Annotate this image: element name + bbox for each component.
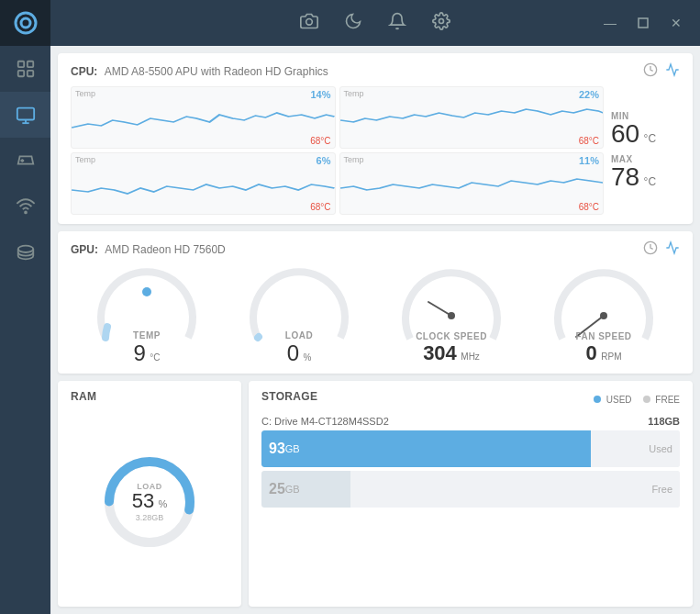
- cpu-graph-2: Temp 22% 68°C: [339, 86, 605, 149]
- ram-donut-center: LOAD 53 % 3.28GB: [132, 482, 168, 522]
- bar-used-label-area: Used: [591, 430, 680, 467]
- svg-rect-5: [27, 71, 32, 76]
- sidebar-item-monitor[interactable]: [0, 92, 50, 138]
- svg-point-9: [25, 212, 27, 214]
- gpu-load-gauge: LOAD 0 %: [249, 264, 350, 364]
- camera-icon[interactable]: [300, 12, 318, 35]
- gpu-section: GPU: AMD Radeon HD 7560D: [58, 231, 693, 374]
- drive-row-0: C: Drive M4-CT128M4SSD2 118GB 93 GB Used: [261, 416, 680, 508]
- legend-used-dot: [594, 396, 601, 403]
- logo[interactable]: [0, 0, 50, 46]
- legend-free: FREE: [643, 395, 680, 405]
- legend-used: USED: [594, 395, 632, 405]
- close-button[interactable]: ✕: [661, 0, 691, 46]
- sidebar-item-network[interactable]: [0, 184, 50, 229]
- cpu-graphs: Temp 14% 68°C Temp 22% 68: [71, 86, 604, 215]
- ram-donut: LOAD 53 % 3.28GB: [99, 452, 200, 553]
- svg-point-1: [21, 18, 30, 28]
- sidebar-item-gamepad[interactable]: [0, 138, 50, 184]
- moon-icon[interactable]: [344, 12, 362, 35]
- gear-icon[interactable]: [432, 12, 450, 35]
- bar-free-label-area: Free: [350, 471, 680, 508]
- free-bar-row: 25 GB Free: [261, 471, 680, 508]
- titlebar: — ✕: [50, 0, 700, 46]
- svg-point-12: [439, 18, 444, 23]
- cpu-icon-group: [643, 62, 680, 81]
- gpu-body: TEMP 9 °C LOAD: [71, 264, 680, 364]
- sidebar-item-storage[interactable]: [0, 229, 50, 275]
- drive-name-0: C: Drive M4-CT128M4SSD2: [261, 416, 389, 427]
- bar-free-0: 25 GB: [261, 471, 350, 508]
- svg-rect-2: [17, 61, 23, 67]
- maximize-button[interactable]: [628, 0, 658, 46]
- cpu-section: CPU: AMD A8-5500 APU with Radeon HD Grap…: [58, 53, 693, 224]
- ram-body: LOAD 53 % 3.28GB: [71, 408, 228, 596]
- gpu-wave-icon[interactable]: [665, 240, 680, 259]
- cpu-graph-3: Temp 6% 68°C: [71, 152, 336, 215]
- svg-point-20: [600, 312, 607, 319]
- svg-rect-4: [17, 71, 23, 76]
- bottom-row: RAM LOAD 53 % 3.28GB: [58, 381, 693, 607]
- cpu-gauge-icon[interactable]: [643, 62, 658, 81]
- drive-total-0: 118GB: [648, 416, 680, 427]
- svg-rect-13: [639, 18, 648, 28]
- gpu-fan-gauge: FAN SPEED 0 RPM: [553, 265, 654, 363]
- bell-icon[interactable]: [388, 12, 406, 35]
- cpu-header: CPU: AMD A8-5500 APU with Radeon HD Grap…: [71, 62, 680, 81]
- svg-point-11: [306, 18, 313, 25]
- content-area: CPU: AMD A8-5500 APU with Radeon HD Grap…: [50, 46, 700, 614]
- sidebar-item-dashboard[interactable]: [0, 46, 50, 92]
- svg-point-16: [142, 287, 151, 296]
- storage-title: STORAGE: [261, 390, 317, 403]
- cpu-temp-info: MIN 60 °C MAX 78 °C: [611, 86, 680, 215]
- ram-title: RAM: [71, 390, 228, 403]
- svg-point-10: [17, 246, 33, 252]
- minimize-button[interactable]: —: [595, 0, 625, 46]
- ram-section: RAM LOAD 53 % 3.28GB: [58, 381, 241, 607]
- gpu-title: GPU: AMD Radeon HD 7560D: [71, 243, 226, 256]
- cpu-title: CPU: AMD A8-5500 APU with Radeon HD Grap…: [71, 65, 328, 78]
- storage-header: STORAGE USED FREE: [261, 390, 680, 408]
- cpu-graph-4: Temp 11% 68°C: [339, 152, 605, 215]
- svg-rect-6: [17, 108, 33, 120]
- cpu-body: Temp 14% 68°C Temp 22% 68: [71, 86, 680, 215]
- bar-used-0: 93 GB: [261, 430, 591, 467]
- storage-legend: USED FREE: [594, 395, 680, 405]
- legend-free-dot: [643, 396, 650, 403]
- cpu-wave-icon[interactable]: [665, 62, 680, 81]
- cpu-graph-1: Temp 14% 68°C: [71, 86, 336, 149]
- svg-line-17: [428, 302, 451, 316]
- gpu-header: GPU: AMD Radeon HD 7560D: [71, 240, 680, 259]
- window-controls: — ✕: [595, 0, 691, 46]
- titlebar-controls: [300, 12, 450, 35]
- gpu-gauge-icon[interactable]: [643, 240, 658, 259]
- cpu-temp-min: MIN 60 °C: [611, 111, 656, 147]
- gpu-temp-gauge: TEMP 9 °C: [96, 264, 197, 364]
- gpu-clock-gauge: CLOCK SPEED 304 MHz: [401, 265, 502, 363]
- storage-section: STORAGE USED FREE: [249, 381, 693, 607]
- svg-point-0: [16, 13, 36, 33]
- used-bar-row: 93 GB Used: [261, 430, 680, 467]
- sidebar: [0, 0, 50, 614]
- svg-point-18: [448, 312, 455, 319]
- svg-rect-3: [27, 61, 32, 67]
- drive-header-0: C: Drive M4-CT128M4SSD2 118GB: [261, 416, 680, 427]
- main-content: — ✕ CPU: AMD A8-5500 APU with Radeon HD …: [50, 0, 700, 614]
- cpu-temp-max: MAX 78 °C: [611, 154, 656, 190]
